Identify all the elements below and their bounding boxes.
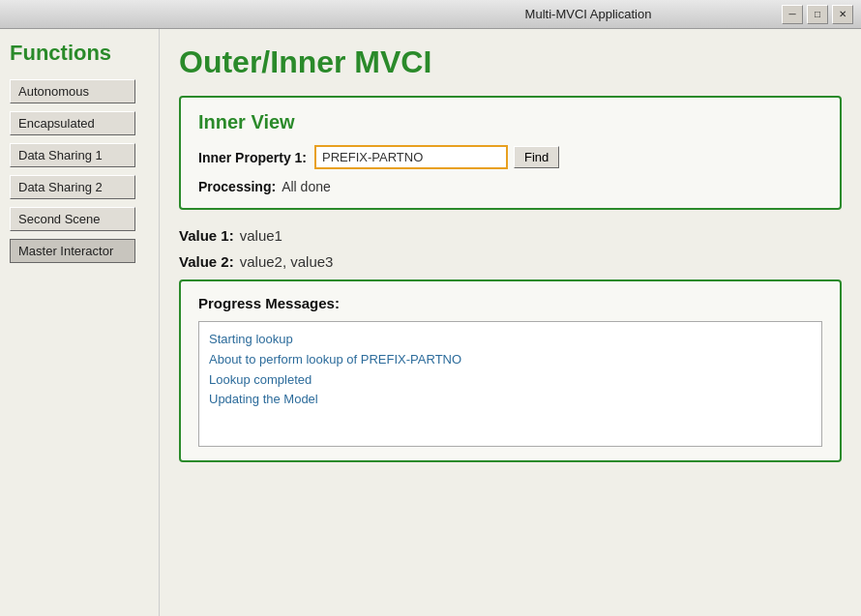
title-bar-controls: ─ □ ✕ [782, 5, 853, 24]
close-button[interactable]: ✕ [832, 5, 853, 24]
progress-panel: Progress Messages: Starting lookupAbout … [179, 279, 842, 462]
property-input[interactable] [314, 145, 508, 169]
window-title: Multi-MVCI Application [395, 7, 782, 21]
sidebar-item-data-sharing-2[interactable]: Data Sharing 2 [10, 175, 135, 199]
value1-label: Value 1: [179, 227, 234, 244]
sidebar-item-master-interactor[interactable]: Master Interactor [10, 239, 135, 263]
sidebar-item-encapsulated[interactable]: Encapsulated [10, 111, 135, 135]
progress-messages-box: Starting lookupAbout to perform lookup o… [198, 321, 822, 447]
title-bar: Multi-MVCI Application ─ □ ✕ [0, 0, 861, 29]
progress-title: Progress Messages: [198, 295, 822, 311]
inner-view-title: Inner View [198, 111, 822, 133]
minimize-button[interactable]: ─ [782, 5, 803, 24]
value1-text: value1 [240, 227, 282, 244]
property-row: Inner Property 1: Find [198, 145, 822, 169]
value2-row: Value 2: value2, value3 [179, 253, 842, 270]
progress-message-line: Lookup completed [209, 370, 812, 391]
sidebar-item-second-scene[interactable]: Second Scene [10, 207, 135, 231]
sidebar-item-data-sharing-1[interactable]: Data Sharing 1 [10, 143, 135, 167]
value1-row: Value 1: value1 [179, 227, 842, 244]
sidebar: Functions Autonomous Encapsulated Data S… [0, 29, 160, 616]
progress-message-line: Starting lookup [209, 330, 812, 350]
find-button[interactable]: Find [514, 146, 559, 168]
maximize-button[interactable]: □ [807, 5, 828, 24]
app-body: Functions Autonomous Encapsulated Data S… [0, 29, 861, 616]
processing-value: All done [282, 179, 331, 194]
progress-message-line: Updating the Model [209, 390, 812, 410]
sidebar-title: Functions [10, 41, 149, 66]
sidebar-item-autonomous[interactable]: Autonomous [10, 79, 135, 103]
value2-text: value2, value3 [240, 253, 334, 270]
processing-row: Processing: All done [198, 179, 822, 194]
property-label: Inner Property 1: [198, 150, 307, 165]
progress-message-line: About to perform lookup of PREFIX-PARTNO [209, 350, 812, 370]
inner-view-panel: Inner View Inner Property 1: Find Proces… [179, 96, 842, 210]
value2-label: Value 2: [179, 253, 234, 270]
main-content: Outer/Inner MVCI Inner View Inner Proper… [160, 29, 861, 616]
processing-label: Processing: [198, 179, 276, 194]
page-title: Outer/Inner MVCI [179, 44, 842, 80]
